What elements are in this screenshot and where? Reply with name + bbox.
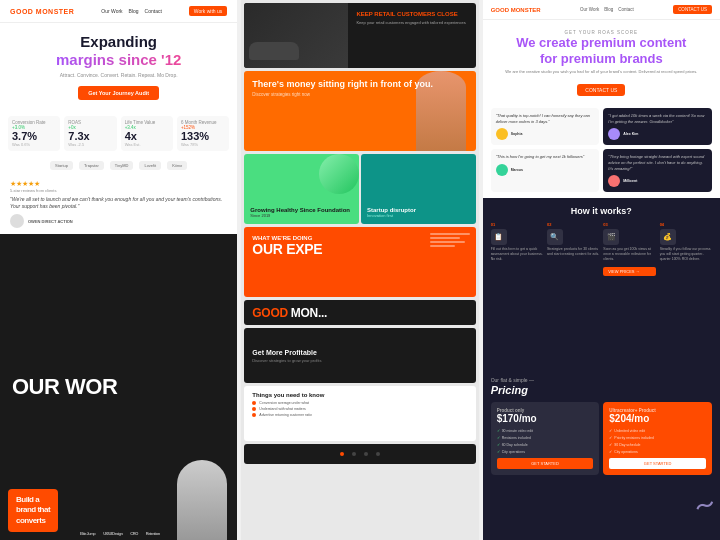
nav-contact[interactable]: Contact: [145, 8, 162, 14]
pc-feat-0-1: Revisions included: [497, 435, 594, 440]
label-2: CRO: [130, 532, 137, 536]
label-1: UX/UI Design: [103, 532, 122, 536]
bottom-labels: Elite Jump UX/UI Design CRO Retention: [80, 532, 160, 536]
nav-blog[interactable]: Blog: [129, 8, 139, 14]
p3-nav-2[interactable]: Contact: [618, 7, 634, 12]
pc-feat-0-0: 90 minute video edit: [497, 428, 594, 433]
pc-feat-1-3: City operations: [609, 449, 706, 454]
testi-name-2: Marcus: [511, 168, 523, 172]
pc-btn-0[interactable]: GET STARTED: [497, 458, 594, 469]
of-lines: [430, 233, 470, 247]
stat-val-1: 7.3x: [68, 130, 112, 142]
testi-avatar-2: [496, 164, 508, 176]
dp-title: Get More Profitable: [252, 349, 467, 356]
stat-prev-2: Was Est.: [125, 142, 169, 147]
testi-name-3: Millicent: [623, 179, 637, 183]
p3-nav-0[interactable]: Our Work: [580, 7, 599, 12]
dot-3: [376, 452, 380, 456]
logo-2: TinyMD: [110, 161, 134, 170]
woman-card-text: There's money sitting right in front of …: [252, 79, 433, 97]
hero-heading: We create premium content for premium br…: [498, 35, 705, 66]
car-card-title: Keep retail customers close: [356, 11, 467, 17]
step-num-0: 01: [491, 222, 543, 227]
p3-logo: GOOD MONSTER: [491, 7, 541, 13]
step-num-2: 03: [603, 222, 655, 227]
p3-cta-nav[interactable]: CONTACT US: [673, 5, 712, 14]
view-price-btn[interactable]: VIEW PRICES →: [603, 267, 655, 276]
card-woman: There's money sitting right in front of …: [244, 71, 475, 151]
testi-1: "I got added 10k times a week via the co…: [603, 108, 712, 145]
teal-sub: Innovation first: [367, 213, 470, 218]
pc-feat-1-1: Priority revisions included: [609, 435, 706, 440]
p3-nav-1[interactable]: Blog: [604, 7, 613, 12]
middle-text-banner: GOOD MON...: [244, 300, 475, 325]
of-line-3: [430, 241, 465, 243]
our-work-text: OUR WOR: [12, 376, 117, 398]
pc-feat-1-0: Unlimited video edit: [609, 428, 706, 433]
pricing-cards: Product only $170/mo 90 minute video edi…: [491, 402, 712, 475]
p3-nav: Our Work Blog Contact: [580, 7, 634, 12]
hero-cta-btn[interactable]: Get Your Journey Audit: [78, 86, 159, 100]
panel1-hero: Expanding margins since '12 Attract. Con…: [0, 23, 237, 110]
step-icon-0: 📋: [491, 229, 507, 245]
pc-features-0: 90 minute video edit Revisions included …: [497, 428, 594, 454]
wt-text-0: Conversion average under what: [259, 401, 309, 405]
car-silhouette: [249, 42, 299, 60]
panel3-header: GOOD MONSTER Our Work Blog Contact CONTA…: [483, 0, 720, 20]
testi-author-2: Marcus: [496, 164, 595, 176]
wt-line-2: Advertise returning customer ratio: [252, 413, 467, 417]
woman-card-title: There's money sitting right in front of …: [252, 79, 433, 90]
build-card: Build a brand that converts: [8, 489, 58, 532]
dot-0: [252, 401, 256, 405]
testi-quote-3: "They bring footage straight forward wit…: [608, 154, 707, 171]
pc-features-1: Unlimited video edit Priority revisions …: [609, 428, 706, 454]
logo-1: Trapstar: [79, 161, 104, 170]
dp-sub: Discover strategies to grow your profits: [252, 358, 467, 363]
price-card-0: Product only $170/mo 90 minute video edi…: [491, 402, 600, 475]
card-green: Growing Healthy Since Foundation Since 2…: [244, 154, 359, 224]
our-work-banner: OUR WOR Build a brand that converts Elit…: [0, 234, 237, 540]
testi-avatar-1: [608, 128, 620, 140]
step-1: 02 🔍 Strategize products for 30 clients …: [547, 222, 599, 276]
stat-prev-3: Was 78%: [181, 142, 225, 147]
pc-feat-0-2: 60 Day schedule: [497, 442, 594, 447]
contact-btn[interactable]: CONTACT US: [577, 84, 625, 96]
car-card-content: Keep retail customers close Keep your re…: [348, 3, 475, 68]
dot-active: [340, 452, 344, 456]
testi-info-2: Marcus: [511, 168, 523, 172]
testi-3: "They bring footage straight forward wit…: [603, 149, 712, 192]
testi-2: "This is how I'm going to get my next 1k…: [491, 149, 600, 192]
price-card-1: Ultracreator+ Product $204/mo Unlimited …: [603, 402, 712, 475]
wt-text-1: Understand with what matters: [259, 407, 305, 411]
card-grid: Growing Healthy Since Foundation Since 2…: [244, 154, 475, 224]
car-card-body: Keep your retail customers engaged with …: [356, 20, 467, 26]
woman-card-sub: Discover strategies right now: [252, 92, 433, 97]
testi-info-3: Millicent: [623, 179, 637, 183]
testi-0: "That quality is top-notch! I can honest…: [491, 108, 600, 145]
hero-h-highlight: premium content: [581, 35, 686, 50]
pc-btn-1[interactable]: GET STARTED: [609, 458, 706, 469]
card-things: Things you need to know Conversion avera…: [244, 386, 475, 441]
of-line-1: [430, 233, 470, 235]
step-icon-3: 💰: [660, 229, 676, 245]
p3-hero: GET YOUR ROAS SCORE We create premium co…: [483, 20, 720, 102]
step-2: 03 🎬 Soon as you get 100k views at once …: [603, 222, 655, 276]
card-car: Keep retail customers close Keep your re…: [244, 3, 475, 68]
stat-val-0: 3.7%: [12, 130, 56, 142]
panel-good-monster: GOOD MONSTER Our Work Blog Contact Work …: [0, 0, 237, 540]
testi-author-0: Sophia: [496, 128, 595, 140]
logo-3: Lovefit: [139, 161, 161, 170]
testi-name-1: Alex Kim: [623, 132, 638, 136]
work-with-us-btn[interactable]: Work with us: [189, 6, 228, 16]
hero-title: Expanding margins since '12: [15, 33, 222, 69]
panel-portfolio: Keep retail customers close Keep your re…: [241, 0, 478, 540]
card-teal: Startup disruptor Innovation first: [361, 154, 476, 224]
how-steps: 01 📋 Fill out this form to get a quick a…: [491, 222, 712, 276]
hero-h-1: We create: [516, 35, 577, 50]
wt-line-1: Understand with what matters: [252, 407, 467, 411]
logo-4: Kiimo: [167, 161, 187, 170]
nav-our-work[interactable]: Our Work: [101, 8, 122, 14]
how-section: How it works? 01 📋 Fill out this form to…: [483, 198, 720, 369]
hero-subtitle: Attract. Convince. Convert. Retain. Repe…: [15, 72, 222, 78]
testi-quote-1: "I got added 10k times a week via the co…: [608, 113, 707, 124]
